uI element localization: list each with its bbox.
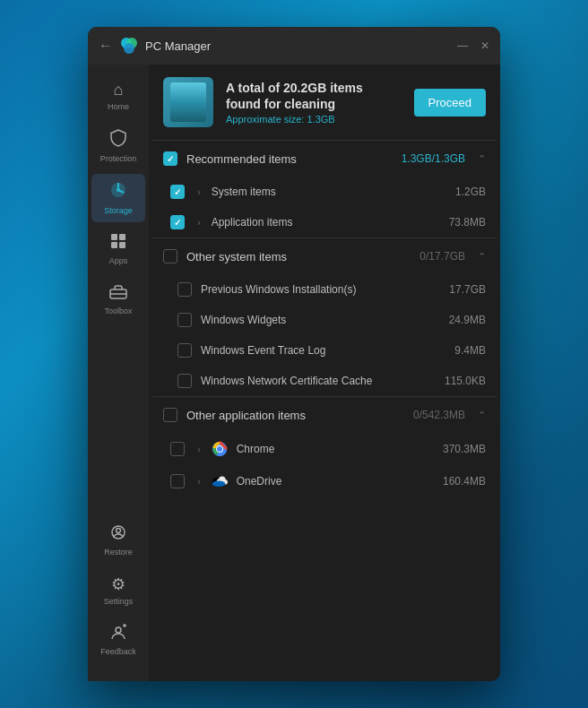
prev-windows-row[interactable]: Previous Windows Installation(s) 17.7GB <box>163 274 500 305</box>
network-cert-checkbox[interactable] <box>177 374 192 388</box>
application-items-checkbox[interactable] <box>170 215 185 229</box>
sidebar: ⌂ Home Protection <box>88 65 149 681</box>
window-title: PC Manager <box>145 39 457 53</box>
recommended-sub-items: › System items 1.2GB › Application items… <box>149 177 500 237</box>
other-application-section: Other application items 0/542.3MB ⌃ › <box>149 397 500 497</box>
sidebar-bottom: Restore ⚙ Settings Feedbac <box>91 517 145 672</box>
svg-point-13 <box>116 627 121 633</box>
restore-icon <box>110 524 126 545</box>
other-application-header[interactable]: Other application items 0/542.3MB ⌃ <box>149 397 500 433</box>
other-system-chevron: ⌃ <box>478 251 486 263</box>
application-items-size: 73.8MB <box>449 216 486 229</box>
header-text: A total of 20.2GB items found for cleani… <box>226 80 402 125</box>
network-cert-row[interactable]: Windows Network Certificate Cache 115.0K… <box>163 366 500 396</box>
onedrive-icon <box>212 473 228 489</box>
other-system-checkbox[interactable] <box>163 249 177 263</box>
sidebar-item-storage[interactable]: Storage <box>91 174 145 222</box>
protection-icon <box>110 129 126 151</box>
sidebar-label-toolbox: Toolbox <box>104 307 132 315</box>
app-window: ← PC Manager — ✕ ⌂ Home Prot <box>88 27 500 681</box>
header-title: A total of 20.2GB items found for cleani… <box>226 80 402 112</box>
recommended-title: Recommended items <box>186 152 393 166</box>
sidebar-item-home[interactable]: ⌂ Home <box>91 73 145 118</box>
prev-windows-label: Previous Windows Installation(s) <box>201 283 440 296</box>
application-items-row[interactable]: › Application items 73.8MB <box>163 207 500 237</box>
sidebar-item-apps[interactable]: Apps <box>91 226 145 272</box>
app-logo <box>120 37 138 55</box>
onedrive-size: 160.4MB <box>443 475 486 488</box>
svg-rect-7 <box>111 242 117 248</box>
other-system-section: Other system items 0/17.7GB ⌃ Previous W… <box>149 238 500 396</box>
prev-windows-size: 17.7GB <box>449 283 486 296</box>
system-items-checkbox[interactable] <box>170 185 185 199</box>
sidebar-label-settings: Settings <box>104 597 134 606</box>
toolbox-icon <box>109 283 127 304</box>
svg-point-18 <box>217 446 222 452</box>
system-items-row[interactable]: › System items 1.2GB <box>163 177 500 207</box>
other-system-size: 0/17.7GB <box>419 250 465 263</box>
other-application-chevron: ⌃ <box>478 410 486 421</box>
content-area: ⌂ Home Protection <box>88 65 500 681</box>
event-trace-size: 9.4MB <box>454 344 486 357</box>
chrome-row[interactable]: › <box>163 433 500 465</box>
other-application-sub-items: › <box>149 433 500 497</box>
sidebar-item-protection[interactable]: Protection <box>91 122 145 170</box>
proceed-button[interactable]: Proceed <box>414 89 486 117</box>
sidebar-label-storage: Storage <box>104 206 133 215</box>
recommended-section-header[interactable]: Recommended items 1.3GB/1.3GB ⌃ <box>149 141 500 177</box>
sidebar-item-settings[interactable]: ⚙ Settings <box>91 567 145 613</box>
sidebar-label-restore: Restore <box>104 548 133 557</box>
recommended-checkbox[interactable] <box>163 151 177 166</box>
network-cert-size: 115.0KB <box>445 375 486 387</box>
chrome-label: Chrome <box>237 443 434 455</box>
windows-widgets-checkbox[interactable] <box>177 313 192 327</box>
back-button[interactable]: ← <box>99 38 113 54</box>
onedrive-row[interactable]: › OneDrive 160.4MB <box>163 465 500 497</box>
onedrive-chevron: › <box>197 476 201 487</box>
svg-rect-8 <box>119 242 125 248</box>
prev-windows-checkbox[interactable] <box>177 282 192 297</box>
apps-icon <box>110 233 126 254</box>
svg-rect-6 <box>119 234 125 240</box>
recommended-size: 1.3GB/1.3GB <box>402 152 465 165</box>
other-application-title: Other application items <box>186 409 404 422</box>
recommended-chevron: ⌃ <box>478 153 486 165</box>
feedback-icon <box>110 624 126 644</box>
onedrive-checkbox[interactable] <box>170 474 185 488</box>
svg-rect-5 <box>111 234 117 240</box>
other-application-checkbox[interactable] <box>163 408 177 422</box>
other-application-size: 0/542.3MB <box>413 409 465 421</box>
system-items-size: 1.2GB <box>455 186 486 198</box>
event-trace-checkbox[interactable] <box>177 343 192 358</box>
cleaning-icon <box>163 77 213 127</box>
windows-widgets-label: Windows Widgets <box>201 314 440 326</box>
close-button[interactable]: ✕ <box>480 39 489 52</box>
sidebar-label-feedback: Feedback <box>100 647 136 656</box>
sidebar-item-feedback[interactable]: Feedback <box>91 617 145 663</box>
chrome-chevron: › <box>197 444 201 454</box>
chrome-checkbox[interactable] <box>170 442 185 456</box>
onedrive-label: OneDrive <box>237 475 434 488</box>
sidebar-label-protection: Protection <box>100 154 137 163</box>
sidebar-item-toolbox[interactable]: Toolbox <box>91 276 145 323</box>
home-icon: ⌂ <box>114 81 124 99</box>
system-items-label: System items <box>212 186 446 198</box>
drive-icon-inner <box>170 82 206 122</box>
svg-point-4 <box>117 188 120 192</box>
recommended-section: Recommended items 1.3GB/1.3GB ⌃ › System… <box>149 141 500 237</box>
windows-widgets-row[interactable]: Windows Widgets 24.9MB <box>163 305 500 335</box>
sidebar-item-restore[interactable]: Restore <box>91 517 145 564</box>
window-controls: — ✕ <box>457 39 489 52</box>
other-system-title: Other system items <box>186 250 411 263</box>
svg-point-2 <box>124 43 134 54</box>
minimize-button[interactable]: — <box>457 39 468 52</box>
chrome-size: 370.3MB <box>443 443 486 455</box>
header-section: A total of 20.2GB items found for cleani… <box>149 65 500 140</box>
other-system-header[interactable]: Other system items 0/17.7GB ⌃ <box>149 238 500 274</box>
main-content: A total of 20.2GB items found for cleani… <box>149 65 500 681</box>
application-items-label: Application items <box>212 216 440 229</box>
sidebar-label-apps: Apps <box>109 256 128 265</box>
event-trace-row[interactable]: Windows Event Trace Log 9.4MB <box>163 335 500 366</box>
titlebar: ← PC Manager — ✕ <box>88 27 500 65</box>
other-system-sub-items: Previous Windows Installation(s) 17.7GB … <box>149 274 500 396</box>
